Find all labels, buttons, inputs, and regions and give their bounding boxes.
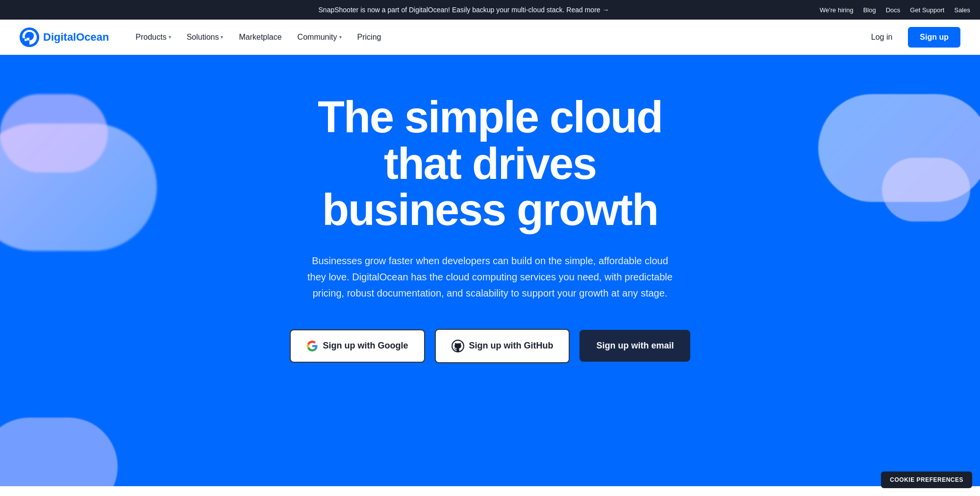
cloud-right-decoration: [818, 94, 980, 202]
cookie-preferences-button[interactable]: COOKIE PREFERENCES: [881, 471, 972, 486]
hiring-link[interactable]: We're hiring: [820, 6, 854, 14]
nav-community[interactable]: Community ▾: [291, 29, 349, 46]
google-icon: [306, 340, 318, 352]
nav-marketplace[interactable]: Marketplace: [232, 29, 288, 46]
hero-subtitle: Businesses grow faster when developers c…: [304, 253, 677, 301]
logo-text: DigitalOcean: [43, 31, 109, 44]
announcement-bar: SnapShooter is now a part of DigitalOcea…: [0, 0, 980, 20]
community-chevron-icon: ▾: [339, 34, 342, 40]
support-link[interactable]: Get Support: [910, 6, 944, 14]
products-chevron-icon: ▾: [169, 34, 171, 40]
hero-section: The simple cloud that drives business gr…: [0, 55, 980, 486]
nav-pricing[interactable]: Pricing: [351, 29, 388, 46]
login-button[interactable]: Log in: [863, 29, 901, 46]
sales-link[interactable]: Sales: [954, 6, 970, 14]
digitalocean-logo-icon: [20, 27, 39, 47]
blog-link[interactable]: Blog: [863, 6, 876, 14]
signup-button[interactable]: Sign up: [908, 27, 960, 48]
hero-title: The simple cloud that drives business gr…: [290, 94, 691, 233]
cloud-bottom-left-decoration: [0, 418, 118, 486]
signup-github-button[interactable]: Sign up with GitHub: [435, 329, 570, 363]
signup-google-button[interactable]: Sign up with Google: [290, 329, 425, 363]
hero-content: The simple cloud that drives business gr…: [290, 94, 691, 363]
docs-link[interactable]: Docs: [886, 6, 901, 14]
navbar: DigitalOcean Products ▾ Solutions ▾ Mark…: [0, 20, 980, 55]
github-icon: [452, 340, 464, 352]
announcement-text: SnapShooter is now a part of DigitalOcea…: [108, 6, 820, 14]
signup-email-button[interactable]: Sign up with email: [579, 330, 690, 362]
cta-buttons: Sign up with Google Sign up with GitHub …: [290, 329, 691, 363]
nav-links: Products ▾ Solutions ▾ Marketplace Commu…: [128, 29, 863, 46]
nav-solutions[interactable]: Solutions ▾: [180, 29, 230, 46]
nav-products[interactable]: Products ▾: [128, 29, 177, 46]
solutions-chevron-icon: ▾: [221, 34, 223, 40]
top-nav-links: We're hiring Blog Docs Get Support Sales: [820, 6, 970, 14]
nav-right: Log in Sign up: [863, 27, 960, 48]
logo-link[interactable]: DigitalOcean: [20, 27, 109, 47]
cloud-left-decoration: [0, 124, 157, 251]
